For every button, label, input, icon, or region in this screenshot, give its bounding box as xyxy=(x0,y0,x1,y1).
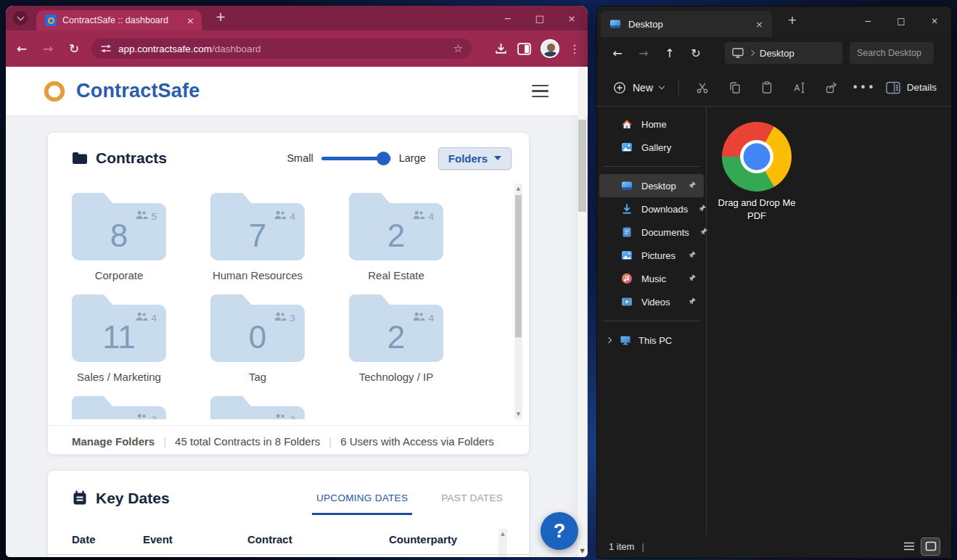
folder-tile-corporate[interactable]: 58Corporate xyxy=(72,193,166,281)
close-button[interactable]: × xyxy=(918,7,951,36)
rename-icon[interactable] xyxy=(783,75,815,100)
total-contracts-summary: 45 total Contracts in 8 Folders xyxy=(175,435,320,448)
hamburger-menu-icon[interactable] xyxy=(532,85,549,98)
up-icon[interactable]: ↑ xyxy=(657,41,683,65)
file-explorer-window: Desktop × + − □ × ← → ↑ ↻ Desktop New xyxy=(596,6,952,559)
refresh-icon[interactable]: ↻ xyxy=(683,41,709,65)
minimize-button[interactable]: − xyxy=(851,7,884,36)
explorer-search-box[interactable] xyxy=(850,42,934,64)
table-divider xyxy=(48,554,529,555)
explorer-tab-title: Desktop xyxy=(628,19,748,30)
forward-icon[interactable]: → xyxy=(631,41,657,65)
expand-chevron-icon[interactable] xyxy=(606,337,612,343)
tab-past-dates[interactable]: PAST DATES xyxy=(437,493,507,515)
folder-name: Human Resources xyxy=(196,269,319,281)
browser-tab-contractsafe[interactable]: ContractSafe :: dashboard × xyxy=(36,10,202,30)
bookmark-star-icon[interactable]: ☆ xyxy=(453,42,463,55)
view-mode-dropdown[interactable]: Folders xyxy=(438,147,512,170)
scroll-down-icon[interactable]: ▼ xyxy=(578,548,587,554)
tab-close-icon[interactable]: × xyxy=(186,15,194,26)
folder-shape: 58 xyxy=(72,193,166,260)
sidebar-item-pictures[interactable]: Pictures xyxy=(599,244,704,267)
toolbar-divider xyxy=(678,79,679,96)
search-input[interactable] xyxy=(857,48,927,58)
sidebar-item-label: Home xyxy=(641,119,697,130)
footer-separator: | xyxy=(329,435,332,448)
cut-icon[interactable] xyxy=(686,75,718,100)
tab-close-icon[interactable]: × xyxy=(755,19,763,30)
folder-tile-real-estate[interactable]: 42Real Estate xyxy=(349,193,443,281)
breadcrumb-chevron-icon[interactable] xyxy=(749,50,755,56)
refresh-icon[interactable]: ↻ xyxy=(62,37,86,60)
sidebar-item-gallery[interactable]: Gallery xyxy=(599,136,704,159)
large-icons-view-icon[interactable] xyxy=(921,538,940,555)
sidebar-item-videos[interactable]: Videos xyxy=(599,290,704,313)
folders-scrollbar[interactable]: ▲ ▼ xyxy=(514,184,522,419)
page-scrollbar[interactable]: ▼ xyxy=(578,67,587,557)
site-settings-icon[interactable] xyxy=(100,43,112,54)
copy-icon[interactable] xyxy=(718,75,750,100)
browser-toolbar: ← → ↻ app.contractsafe.com/dashboard ☆ ⋮ xyxy=(6,30,588,67)
address-bar[interactable]: app.contractsafe.com/dashboard ☆ xyxy=(91,38,472,59)
profile-avatar[interactable] xyxy=(541,39,559,58)
folder-tile-sales-marketing[interactable]: 411Sales / Marketing xyxy=(72,295,166,383)
footer-separator: | xyxy=(163,435,166,448)
page-scrollbar-thumb[interactable] xyxy=(578,120,586,212)
folder-tile-human-resources[interactable]: 47Human Resources xyxy=(210,193,305,281)
folder-tile-partial[interactable]: 3 xyxy=(72,396,166,419)
browser-menu-icon[interactable]: ⋮ xyxy=(569,42,580,56)
details-toggle-button[interactable]: Details xyxy=(880,75,942,100)
minimize-button[interactable]: − xyxy=(492,6,524,30)
chevron-down-icon xyxy=(17,14,24,21)
key-dates-scrollbar[interactable]: ▲ xyxy=(498,529,507,557)
folder-tile-partial[interactable]: 3 xyxy=(210,396,305,419)
back-icon[interactable]: ← xyxy=(604,41,631,65)
contractsafe-logo[interactable]: ContractSafe xyxy=(40,77,200,106)
forward-icon[interactable]: → xyxy=(36,37,59,60)
maximize-button[interactable]: □ xyxy=(884,7,918,36)
folder-name: Corporate xyxy=(57,269,181,281)
url-path: /dashboard xyxy=(212,44,261,54)
sidebar-item-home[interactable]: Home xyxy=(599,112,704,136)
help-button[interactable]: ? xyxy=(541,512,578,550)
slider-thumb[interactable] xyxy=(377,152,390,165)
this-pc-icon xyxy=(620,334,631,346)
pin-icon xyxy=(686,181,697,191)
share-icon[interactable] xyxy=(816,75,847,100)
tab-upcoming-dates[interactable]: UPCOMING DATES xyxy=(312,493,412,515)
explorer-address-bar[interactable]: Desktop xyxy=(725,42,842,64)
scroll-up-icon[interactable]: ▲ xyxy=(514,186,522,192)
side-panel-icon[interactable] xyxy=(517,43,531,55)
new-button[interactable]: New xyxy=(606,75,671,100)
new-tab-button[interactable]: + xyxy=(212,9,229,27)
scroll-up-icon[interactable]: ▲ xyxy=(498,531,507,537)
more-options-icon[interactable]: ••• xyxy=(847,75,879,100)
scroll-down-icon[interactable]: ▼ xyxy=(514,411,522,417)
desktop-file-drag-and-drop-me-pdf[interactable]: Drag and Drop Me PDF xyxy=(702,122,812,222)
url-text[interactable]: app.contractsafe.com/dashboard xyxy=(118,44,447,54)
gallery-icon xyxy=(621,141,633,153)
size-slider[interactable] xyxy=(321,151,391,166)
close-button[interactable]: × xyxy=(556,6,588,30)
downloads-icon[interactable] xyxy=(494,42,508,56)
folder-contract-count: 8 xyxy=(72,210,166,260)
sidebar-item-music[interactable]: Music xyxy=(599,267,704,290)
folder-tile-technology-ip[interactable]: 42Technology / IP xyxy=(349,295,443,383)
manage-folders-link[interactable]: Manage Folders xyxy=(72,435,155,448)
back-icon[interactable]: ← xyxy=(10,37,33,60)
sidebar-item-downloads[interactable]: Downloads xyxy=(599,197,704,221)
maximize-button[interactable]: □ xyxy=(524,6,556,30)
explorer-content-area[interactable]: Drag and Drop Me PDF xyxy=(707,107,951,535)
paste-icon[interactable] xyxy=(751,75,783,100)
contractsafe-knot-icon xyxy=(40,77,69,106)
sidebar-item-documents[interactable]: Documents xyxy=(599,221,704,244)
folders-scrollbar-thumb[interactable] xyxy=(515,195,522,337)
explorer-new-tab-button[interactable]: + xyxy=(783,13,802,32)
size-control: Small Large Folders xyxy=(287,147,512,170)
details-view-icon[interactable] xyxy=(900,538,918,555)
tab-search-button[interactable] xyxy=(13,11,28,25)
sidebar-item-desktop[interactable]: Desktop xyxy=(599,174,704,197)
sidebar-item-this-pc[interactable]: This PC xyxy=(599,329,704,352)
explorer-tab-desktop[interactable]: Desktop × xyxy=(601,11,772,37)
folder-tile-tag[interactable]: 30Tag xyxy=(210,295,305,383)
